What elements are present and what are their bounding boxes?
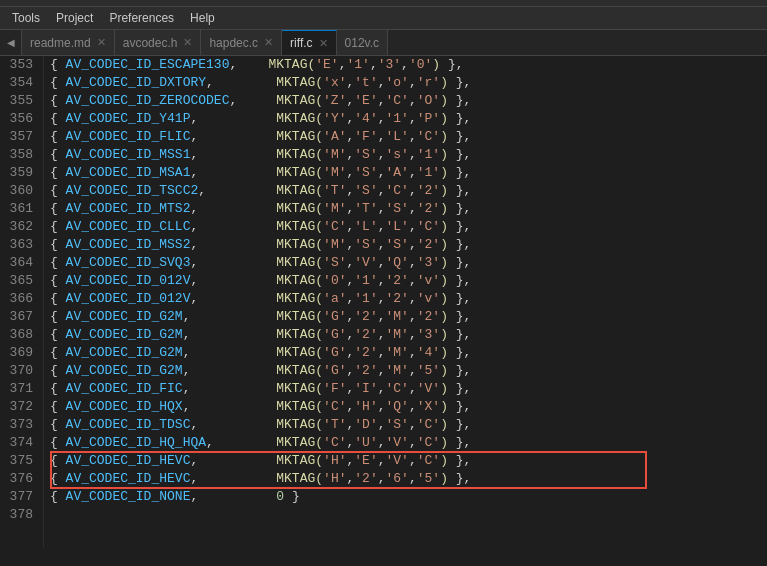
code-line: { AV_CODEC_ID_FIC, MKTAG('F', 'I', 'C', … [50, 380, 767, 398]
tab-riff-label: riff.c [290, 36, 312, 50]
code-line: { AV_CODEC_ID_Y41P, MKTAG('Y', '4', '1',… [50, 110, 767, 128]
code-line: { AV_CODEC_ID_MSA1, MKTAG('M', 'S', 'A',… [50, 164, 767, 182]
title-bar [0, 0, 767, 7]
code-line: { AV_CODEC_ID_G2M, MKTAG('G', '2', 'M', … [50, 326, 767, 344]
code-line: { AV_CODEC_ID_HQX, MKTAG('C', 'H', 'Q', … [50, 398, 767, 416]
tab-riff[interactable]: riff.c ✕ [282, 30, 336, 55]
menu-project[interactable]: Project [48, 9, 101, 27]
tab-avcodec-close[interactable]: ✕ [183, 36, 192, 49]
tab-readme-close[interactable]: ✕ [97, 36, 106, 49]
code-line: { AV_CODEC_ID_TDSC, MKTAG('T', 'D', 'S',… [50, 416, 767, 434]
tab-riff-close[interactable]: ✕ [319, 37, 328, 50]
code-content[interactable]: { AV_CODEC_ID_ESCAPE130, MKTAG('E', '1',… [44, 56, 767, 548]
tab-readme[interactable]: readme.md ✕ [22, 30, 115, 55]
code-line: { AV_CODEC_ID_G2M, MKTAG('G', '2', 'M', … [50, 362, 767, 380]
menu-tools[interactable]: Tools [4, 9, 48, 27]
tab-avcodec-label: avcodec.h [123, 36, 178, 50]
code-line: { AV_CODEC_ID_012V, MKTAG('a', '1', '2',… [50, 290, 767, 308]
code-line: { AV_CODEC_ID_HQ_HQA, MKTAG('C', 'U', 'V… [50, 434, 767, 452]
code-line: { AV_CODEC_ID_DXTORY, MKTAG('x', 't', 'o… [50, 74, 767, 92]
code-area: 3533543553563573583593603613623633643653… [0, 56, 767, 548]
code-line: { AV_CODEC_ID_FLIC, MKTAG('A', 'F', 'L',… [50, 128, 767, 146]
tab-avcodec[interactable]: avcodec.h ✕ [115, 30, 202, 55]
tab-012v[interactable]: 012v.c [337, 30, 388, 55]
tab-readme-label: readme.md [30, 36, 91, 50]
code-line: { AV_CODEC_ID_G2M, MKTAG('G', '2', 'M', … [50, 308, 767, 326]
code-line: { AV_CODEC_ID_G2M, MKTAG('G', '2', 'M', … [50, 344, 767, 362]
tab-012v-label: 012v.c [345, 36, 379, 50]
menu-preferences[interactable]: Preferences [101, 9, 182, 27]
tab-bar: ◀ readme.md ✕ avcodec.h ✕ hapdec.c ✕ rif… [0, 30, 767, 56]
code-line: { AV_CODEC_ID_HEVC, MKTAG('H', 'E', 'V',… [50, 452, 767, 470]
code-line: { AV_CODEC_ID_MSS1, MKTAG('M', 'S', 's',… [50, 146, 767, 164]
code-line: { AV_CODEC_ID_NONE, 0 } [50, 488, 767, 506]
code-line: { AV_CODEC_ID_MTS2, MKTAG('M', 'T', 'S',… [50, 200, 767, 218]
code-line: { AV_CODEC_ID_MSS2, MKTAG('M', 'S', 'S',… [50, 236, 767, 254]
code-line: { AV_CODEC_ID_ZEROCODEC, MKTAG('Z', 'E',… [50, 92, 767, 110]
code-line: { AV_CODEC_ID_HEVC, MKTAG('H', '2', '6',… [50, 470, 767, 488]
tab-hapdec-label: hapdec.c [209, 36, 258, 50]
code-line: { AV_CODEC_ID_CLLC, MKTAG('C', 'L', 'L',… [50, 218, 767, 236]
code-line: { AV_CODEC_ID_ESCAPE130, MKTAG('E', '1',… [50, 56, 767, 74]
code-line: { AV_CODEC_ID_012V, MKTAG('0', '1', '2',… [50, 272, 767, 290]
tab-hapdec[interactable]: hapdec.c ✕ [201, 30, 282, 55]
tab-nav-left[interactable]: ◀ [0, 30, 22, 55]
line-numbers: 3533543553563573583593603613623633643653… [0, 56, 44, 548]
tab-hapdec-close[interactable]: ✕ [264, 36, 273, 49]
menu-help[interactable]: Help [182, 9, 223, 27]
menu-bar: Tools Project Preferences Help [0, 7, 767, 30]
code-line: { AV_CODEC_ID_TSCC2, MKTAG('T', 'S', 'C'… [50, 182, 767, 200]
code-line [50, 506, 767, 524]
code-line: { AV_CODEC_ID_SVQ3, MKTAG('S', 'V', 'Q',… [50, 254, 767, 272]
